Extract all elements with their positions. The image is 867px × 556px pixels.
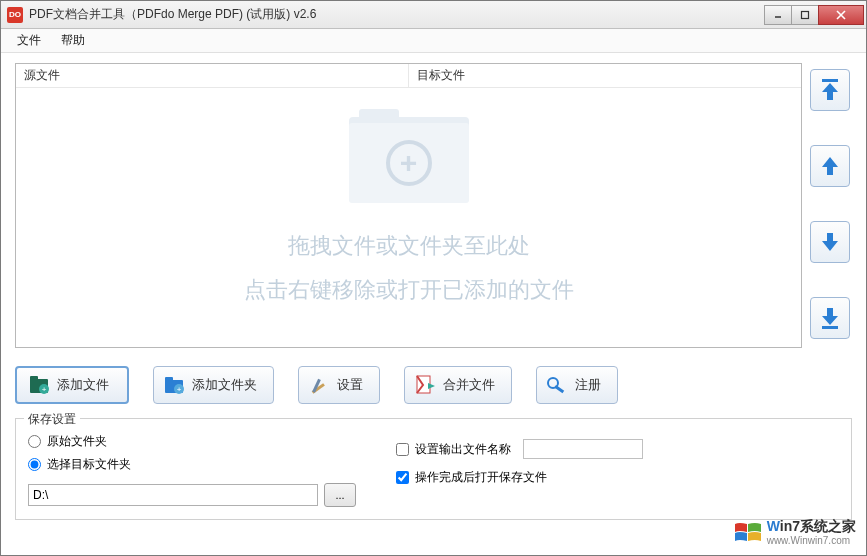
output-name-label: 设置输出文件名称 <box>415 441 511 458</box>
wm-brand-w: W <box>767 518 780 534</box>
svg-marker-21 <box>428 383 435 389</box>
content-area: 源文件 目标文件 拖拽文件或文件夹至此处 点击右键移除或打开已添加的文件 <box>1 53 866 555</box>
merge-button[interactable]: 合并文件 <box>404 366 512 404</box>
save-right: 设置输出文件名称 操作完成后打开保存文件 <box>396 433 643 507</box>
watermark: Win7系统之家 www.Winwin7.com <box>733 518 856 547</box>
output-path-input[interactable] <box>28 484 318 506</box>
browse-button[interactable]: ... <box>324 483 356 507</box>
col-target[interactable]: 目标文件 <box>409 64 802 87</box>
save-legend: 保存设置 <box>24 411 80 428</box>
settings-icon <box>307 373 331 397</box>
save-settings-group: 保存设置 原始文件夹 选择目标文件夹 ... 设置输出文件名称 <box>15 418 852 520</box>
svg-marker-5 <box>822 83 838 100</box>
path-row: ... <box>28 483 356 507</box>
drop-line2: 点击右键移除或打开已添加的文件 <box>244 268 574 312</box>
radio-choose-input[interactable] <box>28 458 41 471</box>
drop-hint: 拖拽文件或文件夹至此处 点击右键移除或打开已添加的文件 <box>16 109 801 312</box>
minimize-button[interactable] <box>764 5 792 25</box>
maximize-button[interactable] <box>791 5 819 25</box>
open-after-label: 操作完成后打开保存文件 <box>415 469 547 486</box>
add-folder-label: 添加文件夹 <box>192 376 257 394</box>
list-area: 源文件 目标文件 拖拽文件或文件夹至此处 点击右键移除或打开已添加的文件 <box>15 63 852 348</box>
merge-label: 合并文件 <box>443 376 495 394</box>
drop-line1: 拖拽文件或文件夹至此处 <box>244 224 574 268</box>
file-list[interactable]: 源文件 目标文件 拖拽文件或文件夹至此处 点击右键移除或打开已添加的文件 <box>15 63 802 348</box>
window-controls <box>765 5 864 25</box>
checkbox-output-name[interactable] <box>396 443 409 456</box>
wm-url: www.Winwin7.com <box>767 535 856 547</box>
add-file-icon: + <box>27 373 51 397</box>
merge-icon <box>413 373 437 397</box>
output-name-input[interactable] <box>523 439 643 459</box>
svg-text:+: + <box>42 385 47 394</box>
drop-text: 拖拽文件或文件夹至此处 点击右键移除或打开已添加的文件 <box>244 224 574 312</box>
menu-help[interactable]: 帮助 <box>51 29 95 52</box>
add-folder-button[interactable]: + 添加文件夹 <box>153 366 274 404</box>
radio-original-folder[interactable]: 原始文件夹 <box>28 433 356 450</box>
svg-rect-4 <box>822 79 838 82</box>
wm-brand-rest: in7系统之家 <box>780 518 856 534</box>
add-folder-icon: + <box>162 373 186 397</box>
menubar: 文件 帮助 <box>1 29 866 53</box>
register-label: 注册 <box>575 376 601 394</box>
svg-marker-6 <box>822 157 838 175</box>
register-icon <box>545 373 569 397</box>
checkbox-open-after[interactable] <box>396 471 409 484</box>
check-output-name[interactable]: 设置输出文件名称 <box>396 439 643 459</box>
svg-rect-1 <box>802 11 809 18</box>
toolbar: + 添加文件 + 添加文件夹 设置 合并文件 <box>15 366 852 404</box>
radio-original-input[interactable] <box>28 435 41 448</box>
svg-text:+: + <box>177 385 182 394</box>
add-file-label: 添加文件 <box>57 376 109 394</box>
svg-rect-15 <box>165 377 173 382</box>
check-open-after[interactable]: 操作完成后打开保存文件 <box>396 469 643 486</box>
move-bottom-button[interactable] <box>810 297 850 339</box>
svg-marker-7 <box>822 233 838 251</box>
app-window: DO PDF文档合并工具（PDFdo Merge PDF) (试用版) v2.6… <box>0 0 867 556</box>
move-up-button[interactable] <box>810 145 850 187</box>
radio-choose-label: 选择目标文件夹 <box>47 456 131 473</box>
window-title: PDF文档合并工具（PDFdo Merge PDF) (试用版) v2.6 <box>29 6 765 23</box>
save-left: 原始文件夹 选择目标文件夹 ... <box>28 433 356 507</box>
svg-rect-9 <box>822 326 838 329</box>
move-top-button[interactable] <box>810 69 850 111</box>
watermark-text: Win7系统之家 www.Winwin7.com <box>767 518 856 547</box>
menu-file[interactable]: 文件 <box>7 29 51 52</box>
move-down-button[interactable] <box>810 221 850 263</box>
svg-marker-8 <box>822 308 838 325</box>
windows-flag-icon <box>733 520 763 546</box>
radio-original-label: 原始文件夹 <box>47 433 107 450</box>
col-source[interactable]: 源文件 <box>16 64 409 87</box>
close-button[interactable] <box>818 5 864 25</box>
add-file-button[interactable]: + 添加文件 <box>15 366 129 404</box>
settings-button[interactable]: 设置 <box>298 366 380 404</box>
svg-rect-23 <box>554 385 564 393</box>
reorder-buttons <box>810 63 852 348</box>
register-button[interactable]: 注册 <box>536 366 618 404</box>
list-header: 源文件 目标文件 <box>16 64 801 88</box>
svg-rect-11 <box>30 376 38 381</box>
titlebar[interactable]: DO PDF文档合并工具（PDFdo Merge PDF) (试用版) v2.6 <box>1 1 866 29</box>
settings-label: 设置 <box>337 376 363 394</box>
radio-choose-folder[interactable]: 选择目标文件夹 <box>28 456 356 473</box>
app-icon: DO <box>7 7 23 23</box>
folder-add-icon <box>349 109 469 204</box>
